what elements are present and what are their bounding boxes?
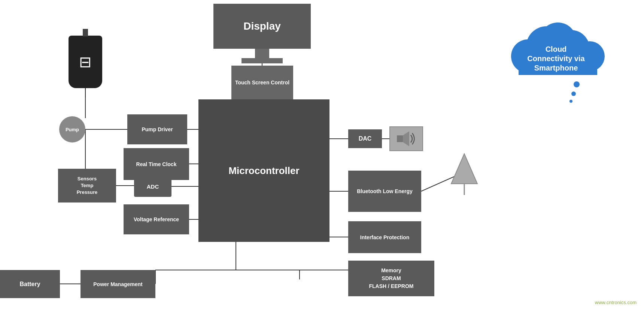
dac-label: DAC [359, 135, 372, 142]
svg-point-42 [571, 92, 576, 96]
pump-label: Pump [66, 127, 79, 132]
touch-label: Touch Screen Control [235, 80, 289, 86]
battery-label: Battery [19, 281, 40, 288]
pump-node: Pump [59, 116, 85, 142]
ble-label: Bluetooth Low Energy [357, 188, 413, 194]
watermark: www.cntronics.com [595, 300, 637, 305]
memory-box: Memory SDRAM FLASH / EEPROM [348, 261, 434, 296]
adc-box: ADC [134, 176, 171, 197]
svg-point-43 [569, 100, 572, 103]
svg-text:Cloud: Cloud [546, 45, 567, 53]
cloud-shape: Cloud Connectivity via Smartphone [498, 8, 614, 82]
display-box: Display [213, 4, 311, 49]
antenna [449, 150, 479, 196]
speaker-icon [395, 129, 417, 148]
vref-box: Voltage Reference [124, 204, 189, 234]
svg-text:Smartphone: Smartphone [534, 64, 578, 72]
pump-driver-label: Pump Driver [142, 126, 173, 132]
svg-text:Connectivity via: Connectivity via [527, 54, 585, 63]
svg-rect-28 [397, 135, 403, 142]
pump-driver-box: Pump Driver [127, 114, 187, 144]
ble-box: Bluetooth Low Energy [348, 171, 421, 212]
power-box: Power Management [80, 270, 155, 298]
rtc-label: Real Time Clock [136, 161, 177, 167]
dac-box: DAC [348, 129, 382, 148]
adc-label: ADC [147, 183, 159, 190]
battery-box: Battery [0, 270, 60, 298]
speaker-box [389, 126, 423, 151]
antenna-icon [449, 150, 479, 195]
touch-screen-box: Touch Screen Control [231, 66, 293, 99]
interface-box: Interface Protection [348, 221, 421, 253]
rtc-box: Real Time Clock [124, 148, 189, 180]
watermark-text: www.cntronics.com [595, 300, 637, 305]
svg-marker-29 [403, 131, 409, 146]
iv-bag-icon: ⊟ [79, 53, 92, 70]
cloud-dots [565, 81, 588, 111]
display-label: Display [243, 20, 281, 32]
cloud-svg: Cloud Connectivity via Smartphone [498, 8, 614, 82]
interface-label: Interface Protection [360, 234, 409, 240]
sensors-label: Sensors Temp Pressure [77, 176, 98, 196]
mcu-label: Microcontroller [228, 165, 299, 177]
mcu-box: Microcontroller [198, 99, 329, 242]
sensors-box: Sensors Temp Pressure [58, 169, 116, 202]
svg-marker-30 [451, 154, 477, 184]
vref-label: Voltage Reference [134, 216, 179, 222]
svg-point-41 [574, 81, 580, 87]
diagram: ⊟ Pump Display Touch Screen Control Micr… [0, 0, 644, 309]
display-base [242, 58, 283, 63]
display-stand [255, 49, 269, 59]
iv-bag: ⊟ [69, 36, 102, 88]
memory-label: Memory SDRAM FLASH / EEPROM [369, 267, 413, 290]
power-label: Power Management [93, 281, 142, 287]
